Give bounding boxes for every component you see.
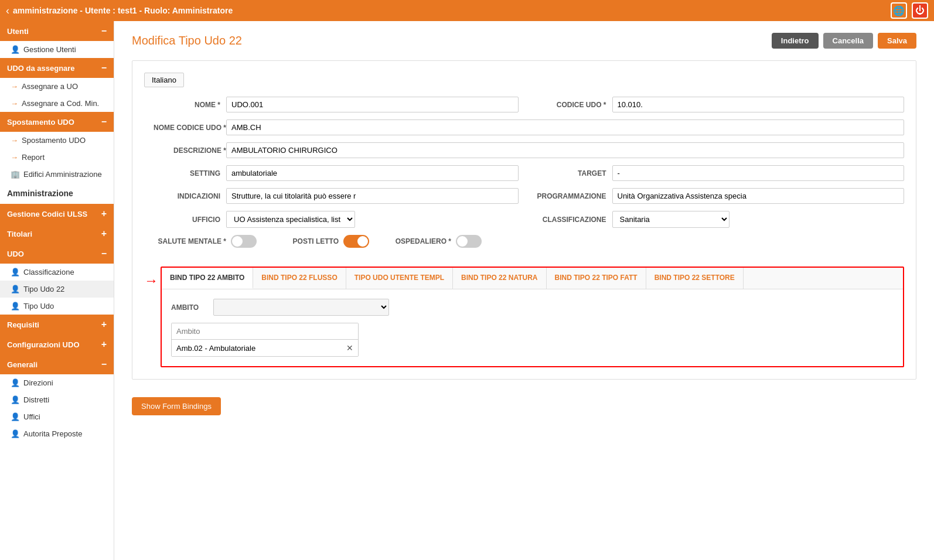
tabs-section: BIND TIPO 22 AMBITO BIND TIPO 22 FLUSSO … (161, 267, 904, 367)
form-row-ufficio-classificazione: UFFICIO UO Assistenza specialistica, lis… (144, 211, 904, 228)
ufficio-label: UFFICIO (144, 216, 220, 224)
salute-mentale-label: SALUTE MENTALE * (144, 237, 226, 245)
sidebar-toggle-udo: − (101, 248, 107, 259)
user-icon-autorita: 👤 (11, 429, 20, 438)
sidebar-item-edifici[interactable]: 🏢 Edifici Amministrazione (0, 166, 114, 183)
col-setting: SETTING (144, 165, 519, 181)
sidebar-requisiti-label: Requisiti (7, 320, 39, 329)
sidebar-section-gestione-codici[interactable]: Gestione Codici ULSS + (0, 204, 114, 224)
salute-mentale-toggle[interactable] (231, 235, 257, 248)
arrow-icon-1: → (11, 82, 18, 91)
nome-input[interactable] (226, 97, 519, 112)
show-form-bindings-button[interactable]: Show Form Bindings (132, 397, 221, 415)
col-codice-udo: CODICE UDO * (530, 97, 905, 112)
tab-bind-tipo-22-tipo-fatt[interactable]: BIND TIPO 22 TIPO FATT (547, 268, 646, 289)
building-icon: 🏢 (11, 170, 20, 179)
back-button[interactable]: Indietro (772, 33, 819, 49)
sidebar-section-generali[interactable]: Generali − (0, 354, 114, 374)
sidebar-item-direzioni[interactable]: 👤 Direzioni (0, 374, 114, 391)
programmazione-input[interactable] (612, 188, 905, 204)
tab-bind-tipo-22-settore[interactable]: BIND TIPO 22 SETTORE (646, 268, 744, 289)
user-icon-tipo-udo: 👤 (11, 302, 20, 310)
main-layout: Utenti − 👤 Gestione Utenti UDO da assegn… (0, 21, 934, 560)
nome-label: NOME * (144, 101, 220, 109)
ambito-list-item: Amb.02 - Ambulatoriale ✕ (172, 340, 358, 356)
form-row-nome-codice-udo: NOME CODICE UDO * (144, 119, 904, 135)
user-icon-direzioni: 👤 (11, 378, 20, 387)
sidebar-section-udo-da-assegnare[interactable]: UDO da assegnare − (0, 58, 114, 78)
ambito-item-label: Amb.02 - Ambulatoriale (176, 344, 255, 353)
codice-udo-label: CODICE UDO * (530, 101, 606, 109)
sidebar-configurazioni-udo-label: Configurazioni UDO (7, 340, 80, 349)
sidebar-item-report[interactable]: → Report (0, 149, 114, 166)
tab-bind-tipo-22-flusso[interactable]: BIND TIPO 22 FLUSSO (253, 268, 346, 289)
header-buttons: Indietro Cancella Salva (772, 33, 916, 49)
power-icon[interactable]: ⏻ (912, 2, 928, 19)
tabs-container-wrapper: → BIND TIPO 22 AMBITO BIND TIPO 22 FLUSS… (144, 255, 904, 367)
tab-bind-tipo-22-natura[interactable]: BIND TIPO 22 NATURA (453, 268, 546, 289)
sidebar-toggle-gestione-codici: + (101, 209, 107, 219)
sidebar-toggle-titolari: + (101, 228, 107, 239)
target-label: TARGET (530, 169, 606, 177)
tab-tipo-udo-utente-templ[interactable]: TIPO UDO UTENTE TEMPL (346, 268, 453, 289)
user-icon-distretti: 👤 (11, 395, 20, 404)
ambito-item-remove[interactable]: ✕ (346, 343, 353, 353)
globe-icon[interactable]: 🌐 (891, 2, 907, 19)
save-button[interactable]: Salva (878, 33, 916, 49)
indicazioni-input[interactable] (226, 188, 519, 204)
sidebar: Utenti − 👤 Gestione Utenti UDO da assegn… (0, 21, 114, 560)
ambito-list: Amb.02 - Ambulatoriale ✕ (171, 323, 359, 357)
sidebar-section-spostamento-udo[interactable]: Spostamento UDO − (0, 112, 114, 132)
sidebar-section-requisiti[interactable]: Requisiti + (0, 315, 114, 334)
lang-tab[interactable]: Italiano (144, 73, 184, 87)
col-salute-mentale: SALUTE MENTALE * (144, 235, 257, 248)
sidebar-item-classificazione[interactable]: 👤 Classificazione (0, 264, 114, 281)
col-ospedaliero: OSPEDALIERO * (393, 235, 482, 248)
sidebar-item-uffici[interactable]: 👤 Uffici (0, 408, 114, 425)
descrizione-input[interactable] (226, 142, 904, 158)
sidebar-section-utenti[interactable]: Utenti − (0, 21, 114, 41)
ambito-select[interactable] (213, 299, 389, 316)
sidebar-toggle-udo-da-assegnare: − (101, 63, 107, 73)
codice-udo-input[interactable] (612, 97, 905, 112)
ospedaliero-toggle[interactable] (456, 235, 482, 248)
content-area: Modifica Tipo Udo 22 Indietro Cancella S… (114, 21, 934, 560)
sidebar-item-assegnare-uo[interactable]: → Assegnare a UO (0, 78, 114, 95)
ufficio-select[interactable]: UO Assistenza specialistica, liste d (226, 211, 355, 228)
tabs-body: AMBITO Amb.02 - Ambulatoriale ✕ (162, 289, 903, 366)
classificazione-select[interactable]: Sanitaria (612, 211, 730, 228)
user-icon-uffici: 👤 (11, 412, 20, 421)
sidebar-toggle-configurazioni-udo: + (101, 339, 107, 350)
sidebar-item-spostamento-udo[interactable]: → Spostamento UDO (0, 132, 114, 149)
sidebar-section-udo[interactable]: UDO − (0, 244, 114, 264)
sidebar-item-distretti[interactable]: 👤 Distretti (0, 391, 114, 408)
sidebar-item-tipo-udo[interactable]: 👤 Tipo Udo (0, 298, 114, 315)
sidebar-toggle-generali: − (101, 359, 107, 370)
target-input[interactable] (612, 165, 905, 181)
ambito-label: AMBITO (171, 303, 206, 312)
cancel-button[interactable]: Cancella (823, 33, 873, 49)
posti-letto-toggle[interactable] (343, 235, 369, 248)
sidebar-gestione-codici-label: Gestione Codici ULSS (7, 210, 87, 218)
sidebar-item-assegnare-cod-min[interactable]: → Assegnare a Cod. Min. (0, 95, 114, 112)
form-row-nome-codice: NOME * CODICE UDO * (144, 97, 904, 112)
tab-bind-tipo-22-ambito[interactable]: BIND TIPO 22 AMBITO (162, 268, 253, 289)
sidebar-section-titolari[interactable]: Titolari + (0, 224, 114, 244)
indicazioni-label: INDICAZIONI (144, 192, 220, 200)
tabs-header: BIND TIPO 22 AMBITO BIND TIPO 22 FLUSSO … (162, 268, 903, 289)
user-icon-tipo-udo-22: 👤 (11, 285, 20, 293)
col-posti-letto: POSTI LETTO (280, 235, 369, 248)
sidebar-item-gestione-utenti[interactable]: 👤 Gestione Utenti (0, 41, 114, 58)
nome-codice-udo-input[interactable] (226, 119, 904, 135)
sidebar-toggle-utenti: − (101, 26, 107, 36)
sidebar-item-tipo-udo-22[interactable]: 👤 Tipo Udo 22 (0, 281, 114, 298)
sidebar-item-autorita-preposte[interactable]: 👤 Autorita Preposte (0, 425, 114, 442)
sidebar-toggle-requisiti: + (101, 319, 107, 330)
sidebar-titolari-label: Titolari (7, 230, 32, 238)
sidebar-generali-label: Generali (7, 360, 38, 369)
setting-input[interactable] (226, 165, 519, 181)
ambito-search-input[interactable] (172, 323, 358, 340)
sidebar-section-configurazioni-udo[interactable]: Configurazioni UDO + (0, 334, 114, 354)
arrow-icon-4: → (11, 153, 18, 162)
top-bar-icons: 🌐 ⏻ (891, 2, 928, 19)
